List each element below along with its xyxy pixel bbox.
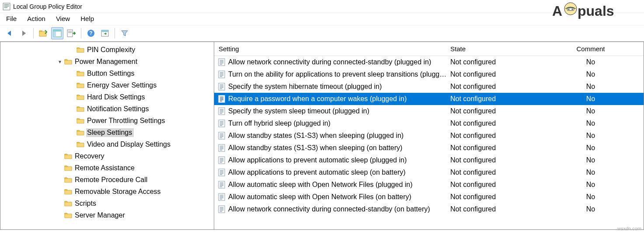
cell-comment: No — [538, 169, 644, 176]
menu-view[interactable]: View — [56, 15, 70, 22]
setting-label: Specify the system sleep timeout (plugge… — [228, 107, 369, 115]
setting-label: Allow automatic sleep with Open Network … — [228, 193, 411, 201]
cell-state: Not configured — [450, 132, 538, 140]
cell-comment: No — [538, 132, 644, 140]
folder-icon — [64, 58, 72, 65]
folder-icon — [77, 94, 84, 100]
svg-point-19 — [572, 9, 573, 10]
help-button[interactable]: ? — [85, 27, 97, 39]
tree-item[interactable]: ▾Power Management — [0, 56, 214, 67]
tree-item[interactable]: Video and Display Settings — [0, 138, 214, 150]
policy-icon — [218, 181, 226, 189]
list-row[interactable]: Allow standby states (S1-S3) when sleepi… — [214, 130, 644, 142]
list-row[interactable]: Allow applications to prevent automatic … — [214, 166, 644, 179]
list-row[interactable]: Specify the system hibernate timeout (pl… — [214, 81, 644, 93]
tree-item-label: Energy Saver Settings — [86, 81, 158, 90]
column-header-state[interactable]: State — [450, 45, 538, 53]
cell-comment: No — [538, 120, 644, 127]
toolbar-separator — [115, 28, 115, 39]
tree-item-label: Video and Display Settings — [86, 140, 172, 149]
tree-item[interactable]: Remote Procedure Call — [0, 174, 214, 186]
tree-pane[interactable]: PIN Complexity▾Power ManagementButton Se… — [0, 42, 214, 230]
cell-comment: No — [538, 193, 644, 201]
menu-help[interactable]: Help — [80, 15, 94, 22]
column-header-setting[interactable]: Setting — [214, 45, 450, 53]
tree: PIN Complexity▾Power ManagementButton Se… — [0, 42, 214, 223]
toolbar: ? — [0, 25, 644, 42]
back-button[interactable] — [3, 27, 16, 39]
list-row[interactable]: Turn off hybrid sleep (plugged in)Not co… — [214, 117, 644, 130]
tree-item-label: Notification Settings — [86, 105, 150, 113]
list-row[interactable]: Require a password when a computer wakes… — [214, 93, 644, 105]
tree-item-label: Hard Disk Settings — [86, 93, 147, 102]
tree-item[interactable]: Energy Saver Settings — [0, 79, 214, 91]
setting-label: Require a password when a computer wakes… — [228, 95, 407, 103]
cell-comment: No — [538, 83, 644, 91]
tree-item[interactable]: Scripts — [0, 197, 214, 209]
cell-comment: No — [538, 58, 644, 66]
tree-item[interactable]: Power Throttling Settings — [0, 115, 214, 127]
tree-item[interactable]: Remote Assistance — [0, 162, 214, 174]
properties-icon — [101, 29, 109, 37]
svg-text:?: ? — [89, 30, 92, 36]
cell-comment: No — [538, 205, 644, 213]
policy-icon — [218, 205, 226, 213]
list-row[interactable]: Allow applications to prevent automatic … — [214, 154, 644, 166]
cell-setting: Allow automatic sleep with Open Network … — [214, 181, 450, 189]
folder-icon — [77, 70, 84, 77]
cell-state: Not configured — [450, 156, 538, 164]
tree-item[interactable]: PIN Complexity — [0, 44, 214, 56]
setting-label: Turn off hybrid sleep (plugged in) — [228, 120, 331, 127]
list-pane: Setting State Comment Allow network conn… — [214, 42, 644, 230]
cell-setting: Specify the system sleep timeout (plugge… — [214, 107, 450, 115]
tree-item-label: Removable Storage Access — [74, 187, 163, 196]
menu-action[interactable]: Action — [27, 15, 45, 22]
up-button[interactable] — [37, 27, 49, 39]
show-hide-tree-button[interactable] — [51, 27, 63, 39]
policy-icon — [218, 144, 226, 152]
cell-setting: Require a password when a computer wakes… — [214, 95, 450, 103]
export-button[interactable] — [65, 27, 77, 39]
setting-label: Allow network connectivity during connec… — [228, 58, 431, 66]
list-row[interactable]: Allow automatic sleep with Open Network … — [214, 191, 644, 203]
tree-item[interactable]: Server Manager — [0, 209, 214, 221]
tree-item[interactable]: Recovery — [0, 150, 214, 162]
cell-state: Not configured — [450, 95, 538, 103]
policy-icon — [218, 95, 226, 103]
tree-item[interactable]: Sleep Settings — [0, 127, 214, 138]
cell-setting: Allow applications to prevent automatic … — [214, 169, 450, 176]
brand-logo: A puals — [552, 1, 640, 21]
cell-setting: Allow standby states (S1-S3) when sleepi… — [214, 144, 450, 152]
folder-icon — [64, 200, 72, 207]
filter-button[interactable] — [118, 27, 131, 39]
tree-toggle-icon[interactable]: ▾ — [56, 59, 63, 65]
list-row[interactable]: Specify the system sleep timeout (plugge… — [214, 105, 644, 117]
tree-item-label: Remote Assistance — [74, 164, 136, 172]
menu-file[interactable]: File — [6, 15, 17, 22]
cell-setting: Allow applications to prevent automatic … — [214, 156, 450, 164]
cell-state: Not configured — [450, 120, 538, 127]
cell-comment: No — [538, 95, 644, 103]
forward-button[interactable] — [17, 27, 30, 39]
list-row[interactable]: Allow network connectivity during connec… — [214, 56, 644, 68]
list-row[interactable]: Allow standby states (S1-S3) when sleepi… — [214, 142, 644, 154]
tree-item[interactable]: Hard Disk Settings — [0, 91, 214, 103]
folder-up-icon — [39, 29, 48, 37]
cell-setting: Turn off hybrid sleep (plugged in) — [214, 120, 450, 127]
tree-pane-icon — [53, 29, 62, 37]
list-body[interactable]: Allow network connectivity during connec… — [214, 56, 644, 229]
policy-icon — [218, 83, 226, 91]
svg-rect-2 — [4, 5, 9, 6]
list-row[interactable]: Allow network connectivity during connec… — [214, 203, 644, 215]
app-icon — [3, 3, 10, 11]
tree-item-label: Server Manager — [74, 211, 127, 220]
list-row[interactable]: Allow automatic sleep with Open Network … — [214, 179, 644, 191]
cell-state: Not configured — [450, 193, 538, 201]
tree-item[interactable]: Notification Settings — [0, 103, 214, 115]
tree-item[interactable]: Button Settings — [0, 67, 214, 79]
column-header-comment[interactable]: Comment — [538, 45, 644, 53]
list-row[interactable]: Turn on the ability for applications to … — [214, 68, 644, 81]
properties-button[interactable] — [99, 27, 111, 39]
tree-item[interactable]: Removable Storage Access — [0, 186, 214, 197]
content-area: PIN Complexity▾Power ManagementButton Se… — [0, 42, 644, 230]
